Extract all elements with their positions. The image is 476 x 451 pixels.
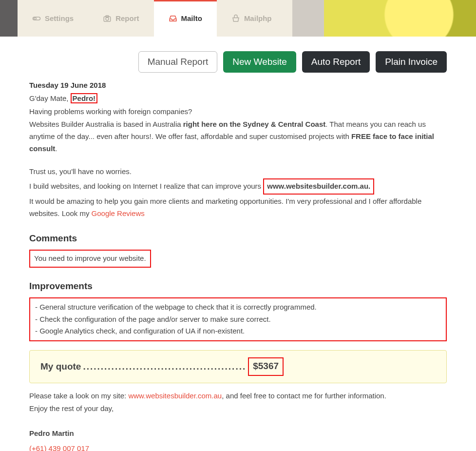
tab-mailto[interactable]: Mailto bbox=[154, 0, 217, 37]
header-photo bbox=[286, 0, 476, 37]
improvements-box: - General structure verification of the … bbox=[29, 297, 447, 341]
intro-body: Websites Builder Australia is based in A… bbox=[29, 118, 447, 155]
date-line: Tuesday 19 June 2018 bbox=[29, 79, 447, 92]
sig-name: Pedro Martin bbox=[29, 428, 447, 440]
camera-icon bbox=[103, 14, 112, 23]
closing-a: Please take a look on my site: bbox=[29, 392, 128, 400]
comments-text: You need to improve your website. bbox=[34, 254, 146, 262]
plain-invoice-button[interactable]: Plain Invoice bbox=[376, 51, 447, 73]
improvement-line: - Check the configuration of the page an… bbox=[35, 314, 441, 326]
trust-line: Trust us, you'll have no worries. bbox=[29, 166, 447, 178]
comments-box: You need to improve your website. bbox=[29, 250, 151, 268]
own-site-link[interactable]: www.websitesbuilder.com.au bbox=[128, 392, 222, 400]
greeting-name: Pedro bbox=[73, 94, 94, 102]
signature-block: Pedro Martin (+61) 439 007 017 info@webs… bbox=[29, 428, 447, 451]
greeting-name-highlight: Pedro! bbox=[71, 93, 98, 103]
sig-phone[interactable]: (+61) 439 007 017 bbox=[29, 443, 447, 451]
tab-mailto-label: Mailto bbox=[181, 14, 202, 22]
google-reviews-link[interactable]: Google Reviews bbox=[92, 209, 145, 217]
header-dark-edge bbox=[0, 0, 18, 37]
svg-point-3 bbox=[106, 17, 109, 20]
reviews-line: It would be amazing to help you gain mor… bbox=[29, 196, 447, 220]
action-bar: Manual Report New Website Auto Report Pl… bbox=[0, 37, 476, 79]
inbox-icon bbox=[169, 14, 177, 23]
target-site: www.websitesbuilder.com.au bbox=[267, 182, 368, 190]
tab-mailphp[interactable]: Mailphp bbox=[217, 0, 286, 37]
svg-point-1 bbox=[34, 17, 37, 20]
intro-body-a: Websites Builder Australia is based in A… bbox=[29, 120, 183, 128]
site-line: I build websites, and looking on Interne… bbox=[29, 178, 447, 195]
site-line-a: I build websites, and looking on Interne… bbox=[29, 182, 263, 190]
manual-report-button[interactable]: Manual Report bbox=[138, 51, 218, 73]
greeting-bang: ! bbox=[93, 94, 95, 102]
comments-heading: Comments bbox=[29, 231, 447, 246]
improvements-heading: Improvements bbox=[29, 278, 447, 294]
quote-box: My quote ...............................… bbox=[29, 350, 447, 383]
closing-enjoy: Enjoy the rest of your day, bbox=[29, 403, 447, 415]
intro-body-bold1: right here on the Sydney & Central Coast bbox=[183, 120, 326, 128]
greeting-line: G'day Mate, Pedro! bbox=[29, 93, 447, 105]
improvement-line: - Google Analytics check, and configurat… bbox=[35, 325, 441, 337]
quote-label: My quote bbox=[40, 359, 81, 374]
tab-settings[interactable]: Settings bbox=[18, 0, 88, 37]
tab-strip: Settings Report Mailto Mailphp bbox=[18, 0, 286, 37]
mail-body: Tuesday 19 June 2018 G'day Mate, Pedro! … bbox=[0, 79, 476, 451]
basket-icon bbox=[231, 14, 240, 23]
greeting-prefix: G'day Mate, bbox=[29, 94, 68, 102]
topbar: Settings Report Mailto Mailphp bbox=[0, 0, 476, 37]
tab-report-label: Report bbox=[115, 14, 139, 22]
quote-amount: $5367 bbox=[248, 357, 284, 375]
intro-q: Having problems working with foreign com… bbox=[29, 106, 447, 118]
improvement-line: - General structure verification of the … bbox=[35, 301, 441, 314]
closing-line: Please take a look on my site: www.websi… bbox=[29, 390, 447, 402]
new-website-button[interactable]: New Website bbox=[223, 51, 296, 73]
intro-body-dot: . bbox=[55, 144, 57, 153]
toggle-icon bbox=[32, 14, 41, 23]
tab-report[interactable]: Report bbox=[88, 0, 153, 37]
closing-b: , and feel free to contact me for furthe… bbox=[222, 392, 386, 400]
tab-settings-label: Settings bbox=[45, 14, 74, 22]
target-site-highlight: www.websitesbuilder.com.au. bbox=[263, 178, 374, 195]
tab-mailphp-label: Mailphp bbox=[244, 14, 272, 22]
quote-dots: ........................................… bbox=[83, 359, 246, 374]
reviews-line-a: It would be amazing to help you gain mor… bbox=[29, 197, 421, 217]
auto-report-button[interactable]: Auto Report bbox=[302, 51, 370, 73]
